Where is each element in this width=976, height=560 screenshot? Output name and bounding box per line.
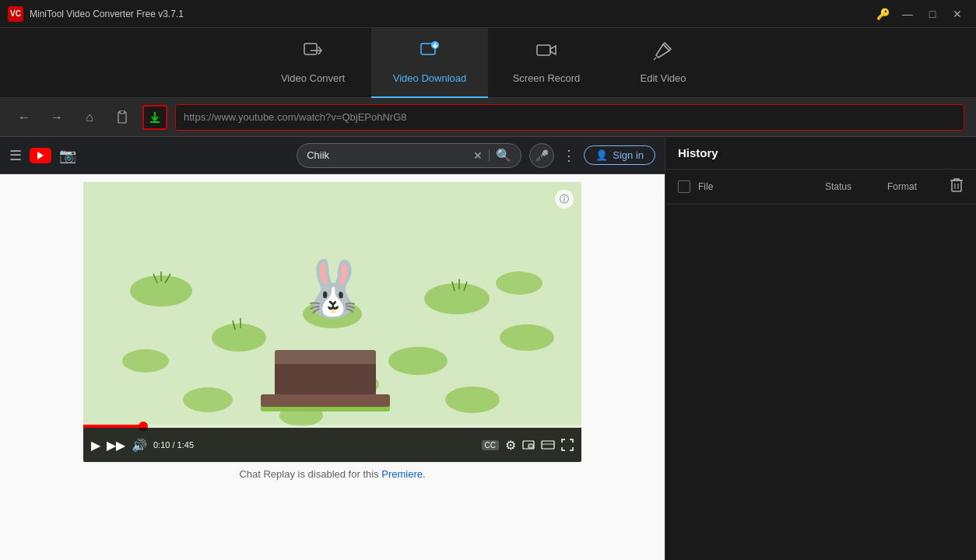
chat-replay-suffix: Premiere. xyxy=(381,468,425,480)
fullscreen-button[interactable] xyxy=(561,439,574,451)
time-display: 0:10 / 1:45 xyxy=(153,440,194,450)
history-empty-state xyxy=(665,205,976,560)
back-button[interactable]: ← xyxy=(12,105,37,130)
voice-search-button[interactable]: 🎤 xyxy=(529,143,554,168)
search-text: Chiik xyxy=(307,149,467,161)
main-content: ☰ 📷 Chiik ✕ 🔍 🎤 ⋮ 👤 Sign in xyxy=(0,137,976,560)
rabbit-character: 🐰 xyxy=(299,261,367,316)
theater-button[interactable] xyxy=(541,440,555,450)
sign-in-button[interactable]: 👤 Sign in xyxy=(584,145,655,165)
tab-video-download[interactable]: Video Download xyxy=(371,28,488,98)
svg-line-23 xyxy=(153,274,157,283)
camera-icon: 📷 xyxy=(59,147,76,164)
history-select-all[interactable] xyxy=(678,180,690,193)
history-delete-all-icon[interactable] xyxy=(950,177,964,196)
convert-icon xyxy=(302,40,324,66)
next-button[interactable]: ▶▶ xyxy=(107,438,125,453)
grass-background xyxy=(83,182,581,462)
titlebar: VC MiniTool Video Converter Free v3.7.1 … xyxy=(0,0,976,28)
pip-button[interactable] xyxy=(522,440,535,450)
chat-replay-middle: is disabled for this xyxy=(298,468,382,480)
forward-button[interactable]: → xyxy=(44,105,69,130)
svg-point-15 xyxy=(424,283,490,314)
url-input-wrapper[interactable] xyxy=(175,104,964,131)
svg-line-6 xyxy=(654,58,656,60)
nav-tabs: Video Convert Video Download Screen Reco… xyxy=(0,28,976,98)
history-table-header: File Status Format xyxy=(665,170,976,205)
pudding-hat xyxy=(275,350,390,411)
key-button[interactable]: 🔑 xyxy=(872,6,893,22)
tab-screen-record[interactable]: Screen Record xyxy=(488,28,605,98)
tab-video-convert[interactable]: Video Convert xyxy=(255,28,371,98)
history-col-file: File xyxy=(698,181,817,192)
maximize-button[interactable]: □ xyxy=(922,6,943,22)
search-bar[interactable]: Chiik ✕ 🔍 xyxy=(297,143,521,168)
edit-icon xyxy=(652,40,674,66)
sign-in-icon: 👤 xyxy=(595,149,608,161)
app-title: MiniTool Video Converter Free v3.7.1 xyxy=(30,9,872,19)
svg-rect-32 xyxy=(528,444,533,448)
search-close-icon[interactable]: ✕ xyxy=(473,149,483,162)
svg-point-12 xyxy=(212,324,266,352)
browser-pane: ☰ 📷 Chiik ✕ 🔍 🎤 ⋮ 👤 Sign in xyxy=(0,137,665,560)
history-col-format: Format xyxy=(887,181,942,192)
paste-button[interactable] xyxy=(110,105,135,130)
history-col-status: Status xyxy=(825,181,879,192)
tab-label-edit: Edit Video xyxy=(640,72,686,84)
svg-line-26 xyxy=(233,320,235,330)
volume-button[interactable]: 🔊 xyxy=(132,438,147,453)
svg-point-18 xyxy=(388,347,448,375)
download-button[interactable] xyxy=(142,105,167,130)
chat-replay-text: Chat Replay is disabled for this Premier… xyxy=(83,462,581,486)
download-tab-icon xyxy=(419,40,441,66)
history-pane: History File Status Format xyxy=(665,137,976,560)
tab-label-record: Screen Record xyxy=(513,72,581,84)
tab-edit-video[interactable]: Edit Video xyxy=(605,28,721,98)
youtube-icon xyxy=(30,148,51,163)
svg-line-28 xyxy=(452,282,455,291)
svg-point-17 xyxy=(496,271,542,295)
video-player: 🐰 ⓘ xyxy=(83,182,581,462)
info-button[interactable]: ⓘ xyxy=(555,190,574,208)
svg-rect-8 xyxy=(120,110,125,114)
video-content: 🐰 ⓘ xyxy=(0,174,665,560)
cc-button[interactable]: CC xyxy=(482,440,499,450)
tab-label-convert: Video Convert xyxy=(281,72,345,84)
more-options-button[interactable]: ⋮ xyxy=(562,147,576,164)
svg-rect-5 xyxy=(537,45,550,55)
record-icon xyxy=(535,40,557,66)
history-header: History xyxy=(665,137,976,170)
settings-button[interactable]: ⚙ xyxy=(505,438,516,453)
svg-point-19 xyxy=(183,387,233,412)
toolbar: ← → ⌂ xyxy=(0,98,976,137)
sign-in-label: Sign in xyxy=(613,149,644,161)
svg-rect-33 xyxy=(542,441,554,449)
svg-rect-0 xyxy=(304,44,317,54)
svg-point-11 xyxy=(130,275,192,306)
svg-point-13 xyxy=(122,349,169,373)
chat-replay-prefix: Chat Replay xyxy=(239,468,295,480)
browser-topbar: ☰ 📷 Chiik ✕ 🔍 🎤 ⋮ 👤 Sign in xyxy=(0,137,665,174)
youtube-logo xyxy=(30,148,51,163)
svg-line-25 xyxy=(165,274,170,283)
url-input[interactable] xyxy=(184,111,956,123)
minimize-button[interactable]: — xyxy=(897,6,918,22)
home-button[interactable]: ⌂ xyxy=(77,105,102,130)
video-controls: ▶ ▶▶ 🔊 0:10 / 1:45 CC ⚙ xyxy=(83,428,581,462)
svg-point-21 xyxy=(445,387,500,413)
hamburger-menu[interactable]: ☰ xyxy=(9,147,22,164)
svg-line-30 xyxy=(464,282,467,291)
app-logo: VC xyxy=(8,6,23,22)
svg-point-16 xyxy=(500,324,554,351)
close-button[interactable]: ✕ xyxy=(946,6,968,22)
tab-label-download: Video Download xyxy=(393,72,466,84)
svg-rect-35 xyxy=(952,180,961,191)
search-icon[interactable]: 🔍 xyxy=(496,148,511,163)
play-button[interactable]: ▶ xyxy=(91,438,100,453)
video-player-wrapper: 🐰 ⓘ xyxy=(83,182,581,486)
history-title: History xyxy=(678,146,718,159)
search-divider xyxy=(489,149,490,162)
window-controls: 🔑 — □ ✕ xyxy=(872,6,968,22)
